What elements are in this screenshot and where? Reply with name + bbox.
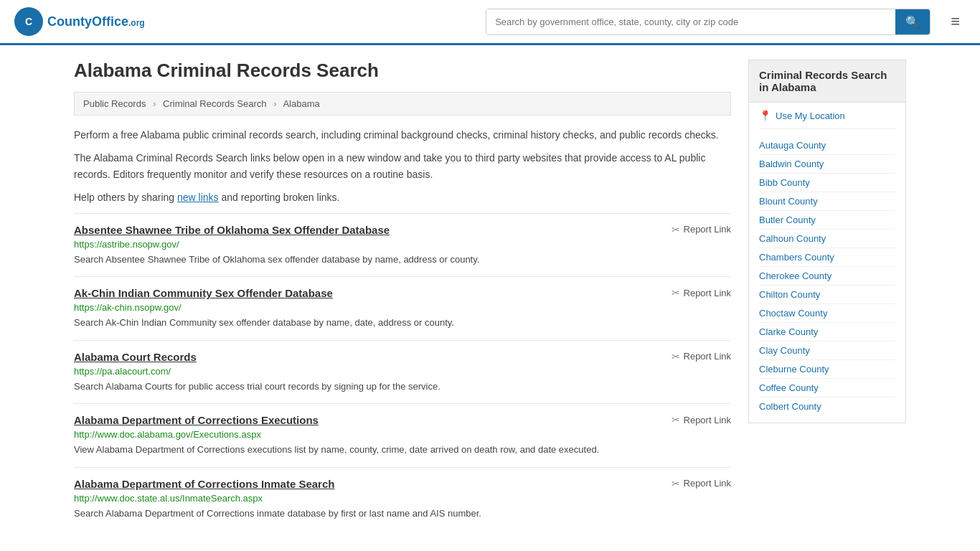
report-link[interactable]: ✂ Report Link [672, 351, 731, 362]
sidebar-header: Criminal Records Search in Alabama [748, 60, 906, 103]
description-para3: Help others by sharing new links and rep… [74, 189, 731, 205]
search-input[interactable] [486, 9, 895, 34]
sidebar-item-cherokee-county[interactable]: Cherokee County [759, 267, 895, 286]
site-header: C CountyOffice.org 🔍 ≡ [0, 0, 980, 45]
sidebar: Criminal Records Search in Alabama 📍 Use… [748, 60, 906, 530]
sidebar-item-bibb-county[interactable]: Bibb County [759, 174, 895, 192]
result-url[interactable]: http://www.doc.alabama.gov/Executions.as… [74, 429, 731, 440]
result-url[interactable]: https://pa.alacourt.com/ [74, 366, 731, 377]
result-title[interactable]: Alabama Department of Corrections Execut… [74, 414, 319, 426]
logo-icon: C [14, 7, 43, 36]
result-desc: Search Alabama Courts for public access … [74, 380, 731, 394]
report-link[interactable]: ✂ Report Link [672, 224, 731, 235]
result-header: Absentee Shawnee Tribe of Oklahoma Sex O… [74, 224, 731, 236]
new-links-link[interactable]: new links [177, 192, 219, 203]
result-item: Alabama Department of Corrections Execut… [74, 403, 731, 467]
result-header: Alabama Department of Corrections Inmate… [74, 478, 731, 490]
result-url[interactable]: http://www.doc.state.al.us/InmateSearch.… [74, 493, 731, 504]
result-desc: Search Ak-Chin Indian Community sex offe… [74, 316, 731, 330]
report-icon: ✂ [672, 287, 680, 298]
result-item: Absentee Shawnee Tribe of Oklahoma Sex O… [74, 213, 731, 277]
sidebar-item-coffee-county[interactable]: Coffee County [759, 379, 895, 397]
sidebar-item-clarke-county[interactable]: Clarke County [759, 323, 895, 342]
sidebar-item-choctaw-county[interactable]: Choctaw County [759, 304, 895, 323]
report-icon: ✂ [672, 224, 680, 235]
svg-text:C: C [25, 16, 32, 27]
breadcrumb-sep-2: › [273, 98, 276, 109]
report-link[interactable]: ✂ Report Link [672, 287, 731, 298]
description-para2: The Alabama Criminal Records Search link… [74, 150, 731, 182]
result-header: Alabama Court Records ✂ Report Link [74, 351, 731, 363]
report-link[interactable]: ✂ Report Link [672, 414, 731, 425]
sidebar-item-chambers-county[interactable]: Chambers County [759, 248, 895, 267]
search-button[interactable]: 🔍 [895, 9, 930, 34]
result-item: Alabama Department of Corrections Inmate… [74, 467, 731, 531]
report-icon: ✂ [672, 478, 680, 489]
result-url[interactable]: https://ak-chin.nsopw.gov/ [74, 302, 731, 313]
result-url[interactable]: https://astribe.nsopw.gov/ [74, 239, 731, 250]
sidebar-item-colbert-county[interactable]: Colbert County [759, 397, 895, 415]
result-item: Alabama Court Records ✂ Report Link http… [74, 340, 731, 404]
result-desc: View Alabama Department of Corrections e… [74, 443, 731, 457]
sidebar-item-baldwin-county[interactable]: Baldwin County [759, 155, 895, 174]
search-icon: 🔍 [905, 16, 920, 28]
logo-text: CountyOffice.org [47, 14, 145, 29]
result-title[interactable]: Alabama Court Records [74, 351, 197, 363]
report-icon: ✂ [672, 351, 680, 362]
sidebar-item-butler-county[interactable]: Butler County [759, 211, 895, 230]
sidebar-item-chilton-county[interactable]: Chilton County [759, 286, 895, 304]
location-pin-icon: 📍 [759, 110, 771, 121]
menu-icon: ≡ [951, 12, 960, 30]
result-title[interactable]: Alabama Department of Corrections Inmate… [74, 478, 334, 490]
report-link[interactable]: ✂ Report Link [672, 478, 731, 489]
sidebar-item-calhoun-county[interactable]: Calhoun County [759, 230, 895, 248]
breadcrumb-public-records[interactable]: Public Records [83, 98, 146, 109]
breadcrumb-criminal-records-search[interactable]: Criminal Records Search [163, 98, 267, 109]
description-para1: Perform a free Alabama public criminal r… [74, 127, 731, 143]
sidebar-item-autauga-county[interactable]: Autauga County [759, 136, 895, 155]
result-item: Ak-Chin Indian Community Sex Offender Da… [74, 276, 731, 340]
sidebar-body: 📍 Use My Location Autauga County Baldwin… [748, 103, 906, 423]
sidebar-item-clay-county[interactable]: Clay County [759, 342, 895, 360]
breadcrumb-sep-1: › [153, 98, 156, 109]
result-desc: Search Alabama Department of Corrections… [74, 507, 731, 521]
breadcrumb-alabama: Alabama [283, 98, 319, 109]
sidebar-item-blount-county[interactable]: Blount County [759, 192, 895, 211]
search-bar: 🔍 [486, 9, 930, 35]
main-container: Alabama Criminal Records Search Public R… [60, 45, 920, 545]
logo-link[interactable]: C CountyOffice.org [14, 7, 145, 36]
use-location[interactable]: 📍 Use My Location [759, 110, 895, 129]
result-desc: Search Absentee Shawnee Tribe of Oklahom… [74, 253, 731, 267]
content-area: Alabama Criminal Records Search Public R… [74, 60, 731, 530]
result-title[interactable]: Ak-Chin Indian Community Sex Offender Da… [74, 287, 333, 299]
sidebar-item-cleburne-county[interactable]: Cleburne County [759, 360, 895, 379]
result-header: Ak-Chin Indian Community Sex Offender Da… [74, 287, 731, 299]
result-header: Alabama Department of Corrections Execut… [74, 414, 731, 426]
report-icon: ✂ [672, 414, 680, 425]
menu-button[interactable]: ≡ [945, 9, 966, 34]
breadcrumb: Public Records › Criminal Records Search… [74, 92, 731, 116]
page-title: Alabama Criminal Records Search [74, 60, 731, 82]
result-title[interactable]: Absentee Shawnee Tribe of Oklahoma Sex O… [74, 224, 390, 236]
